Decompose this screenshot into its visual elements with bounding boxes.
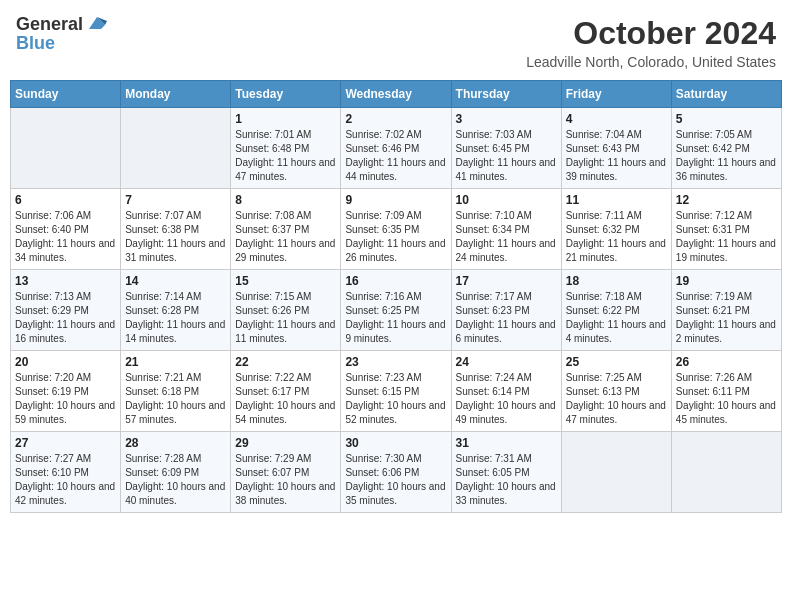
day-info: Sunrise: 7:27 AM Sunset: 6:10 PM Dayligh…	[15, 452, 116, 508]
day-info: Sunrise: 7:30 AM Sunset: 6:06 PM Dayligh…	[345, 452, 446, 508]
day-header-saturday: Saturday	[671, 81, 781, 108]
day-info: Sunrise: 7:03 AM Sunset: 6:45 PM Dayligh…	[456, 128, 557, 184]
calendar-cell: 20Sunrise: 7:20 AM Sunset: 6:19 PM Dayli…	[11, 351, 121, 432]
day-number: 11	[566, 193, 667, 207]
day-info: Sunrise: 7:22 AM Sunset: 6:17 PM Dayligh…	[235, 371, 336, 427]
calendar-cell: 18Sunrise: 7:18 AM Sunset: 6:22 PM Dayli…	[561, 270, 671, 351]
calendar-cell: 3Sunrise: 7:03 AM Sunset: 6:45 PM Daylig…	[451, 108, 561, 189]
day-info: Sunrise: 7:25 AM Sunset: 6:13 PM Dayligh…	[566, 371, 667, 427]
calendar-cell: 17Sunrise: 7:17 AM Sunset: 6:23 PM Dayli…	[451, 270, 561, 351]
calendar-cell: 10Sunrise: 7:10 AM Sunset: 6:34 PM Dayli…	[451, 189, 561, 270]
logo-general-text: General	[16, 14, 83, 35]
day-info: Sunrise: 7:10 AM Sunset: 6:34 PM Dayligh…	[456, 209, 557, 265]
calendar-subtitle: Leadville North, Colorado, United States	[526, 54, 776, 70]
calendar-cell	[561, 432, 671, 513]
day-info: Sunrise: 7:13 AM Sunset: 6:29 PM Dayligh…	[15, 290, 116, 346]
day-number: 25	[566, 355, 667, 369]
calendar-cell: 4Sunrise: 7:04 AM Sunset: 6:43 PM Daylig…	[561, 108, 671, 189]
day-number: 27	[15, 436, 116, 450]
day-header-sunday: Sunday	[11, 81, 121, 108]
calendar-cell: 15Sunrise: 7:15 AM Sunset: 6:26 PM Dayli…	[231, 270, 341, 351]
day-number: 2	[345, 112, 446, 126]
calendar-cell: 9Sunrise: 7:09 AM Sunset: 6:35 PM Daylig…	[341, 189, 451, 270]
calendar-cell: 28Sunrise: 7:28 AM Sunset: 6:09 PM Dayli…	[121, 432, 231, 513]
day-info: Sunrise: 7:05 AM Sunset: 6:42 PM Dayligh…	[676, 128, 777, 184]
day-info: Sunrise: 7:11 AM Sunset: 6:32 PM Dayligh…	[566, 209, 667, 265]
day-info: Sunrise: 7:06 AM Sunset: 6:40 PM Dayligh…	[15, 209, 116, 265]
day-info: Sunrise: 7:29 AM Sunset: 6:07 PM Dayligh…	[235, 452, 336, 508]
day-number: 10	[456, 193, 557, 207]
calendar-header: SundayMondayTuesdayWednesdayThursdayFrid…	[11, 81, 782, 108]
day-info: Sunrise: 7:12 AM Sunset: 6:31 PM Dayligh…	[676, 209, 777, 265]
day-info: Sunrise: 7:24 AM Sunset: 6:14 PM Dayligh…	[456, 371, 557, 427]
logo-icon	[85, 15, 107, 33]
day-number: 16	[345, 274, 446, 288]
calendar-cell: 5Sunrise: 7:05 AM Sunset: 6:42 PM Daylig…	[671, 108, 781, 189]
calendar-cell: 23Sunrise: 7:23 AM Sunset: 6:15 PM Dayli…	[341, 351, 451, 432]
day-number: 1	[235, 112, 336, 126]
week-row-1: 1Sunrise: 7:01 AM Sunset: 6:48 PM Daylig…	[11, 108, 782, 189]
day-info: Sunrise: 7:04 AM Sunset: 6:43 PM Dayligh…	[566, 128, 667, 184]
calendar-table: SundayMondayTuesdayWednesdayThursdayFrid…	[10, 80, 782, 513]
day-number: 4	[566, 112, 667, 126]
calendar-cell: 1Sunrise: 7:01 AM Sunset: 6:48 PM Daylig…	[231, 108, 341, 189]
week-row-5: 27Sunrise: 7:27 AM Sunset: 6:10 PM Dayli…	[11, 432, 782, 513]
day-info: Sunrise: 7:01 AM Sunset: 6:48 PM Dayligh…	[235, 128, 336, 184]
day-number: 5	[676, 112, 777, 126]
day-number: 26	[676, 355, 777, 369]
logo: General Blue	[16, 14, 107, 54]
day-number: 7	[125, 193, 226, 207]
day-info: Sunrise: 7:23 AM Sunset: 6:15 PM Dayligh…	[345, 371, 446, 427]
calendar-cell	[121, 108, 231, 189]
day-header-tuesday: Tuesday	[231, 81, 341, 108]
day-number: 19	[676, 274, 777, 288]
day-info: Sunrise: 7:20 AM Sunset: 6:19 PM Dayligh…	[15, 371, 116, 427]
day-info: Sunrise: 7:15 AM Sunset: 6:26 PM Dayligh…	[235, 290, 336, 346]
calendar-cell: 11Sunrise: 7:11 AM Sunset: 6:32 PM Dayli…	[561, 189, 671, 270]
day-number: 24	[456, 355, 557, 369]
calendar-cell: 31Sunrise: 7:31 AM Sunset: 6:05 PM Dayli…	[451, 432, 561, 513]
day-number: 31	[456, 436, 557, 450]
day-header-wednesday: Wednesday	[341, 81, 451, 108]
svg-marker-0	[89, 17, 105, 29]
day-info: Sunrise: 7:26 AM Sunset: 6:11 PM Dayligh…	[676, 371, 777, 427]
day-number: 8	[235, 193, 336, 207]
calendar-cell: 7Sunrise: 7:07 AM Sunset: 6:38 PM Daylig…	[121, 189, 231, 270]
calendar-cell: 8Sunrise: 7:08 AM Sunset: 6:37 PM Daylig…	[231, 189, 341, 270]
day-info: Sunrise: 7:08 AM Sunset: 6:37 PM Dayligh…	[235, 209, 336, 265]
calendar-cell: 12Sunrise: 7:12 AM Sunset: 6:31 PM Dayli…	[671, 189, 781, 270]
calendar-cell	[671, 432, 781, 513]
calendar-cell: 26Sunrise: 7:26 AM Sunset: 6:11 PM Dayli…	[671, 351, 781, 432]
calendar-cell: 19Sunrise: 7:19 AM Sunset: 6:21 PM Dayli…	[671, 270, 781, 351]
day-info: Sunrise: 7:21 AM Sunset: 6:18 PM Dayligh…	[125, 371, 226, 427]
calendar-cell: 14Sunrise: 7:14 AM Sunset: 6:28 PM Dayli…	[121, 270, 231, 351]
week-row-2: 6Sunrise: 7:06 AM Sunset: 6:40 PM Daylig…	[11, 189, 782, 270]
title-section: October 2024 Leadville North, Colorado, …	[526, 14, 776, 70]
day-header-friday: Friday	[561, 81, 671, 108]
day-number: 15	[235, 274, 336, 288]
day-info: Sunrise: 7:02 AM Sunset: 6:46 PM Dayligh…	[345, 128, 446, 184]
calendar-cell: 25Sunrise: 7:25 AM Sunset: 6:13 PM Dayli…	[561, 351, 671, 432]
day-info: Sunrise: 7:18 AM Sunset: 6:22 PM Dayligh…	[566, 290, 667, 346]
week-row-4: 20Sunrise: 7:20 AM Sunset: 6:19 PM Dayli…	[11, 351, 782, 432]
calendar-cell: 21Sunrise: 7:21 AM Sunset: 6:18 PM Dayli…	[121, 351, 231, 432]
day-number: 14	[125, 274, 226, 288]
page-header: General Blue October 2024 Leadville Nort…	[10, 10, 782, 74]
day-info: Sunrise: 7:09 AM Sunset: 6:35 PM Dayligh…	[345, 209, 446, 265]
week-row-3: 13Sunrise: 7:13 AM Sunset: 6:29 PM Dayli…	[11, 270, 782, 351]
day-number: 6	[15, 193, 116, 207]
day-number: 12	[676, 193, 777, 207]
day-info: Sunrise: 7:28 AM Sunset: 6:09 PM Dayligh…	[125, 452, 226, 508]
calendar-cell	[11, 108, 121, 189]
day-number: 3	[456, 112, 557, 126]
header-row: SundayMondayTuesdayWednesdayThursdayFrid…	[11, 81, 782, 108]
day-number: 9	[345, 193, 446, 207]
day-number: 29	[235, 436, 336, 450]
day-number: 18	[566, 274, 667, 288]
day-header-monday: Monday	[121, 81, 231, 108]
calendar-cell: 13Sunrise: 7:13 AM Sunset: 6:29 PM Dayli…	[11, 270, 121, 351]
day-number: 30	[345, 436, 446, 450]
day-number: 28	[125, 436, 226, 450]
calendar-cell: 22Sunrise: 7:22 AM Sunset: 6:17 PM Dayli…	[231, 351, 341, 432]
calendar-title: October 2024	[526, 14, 776, 52]
